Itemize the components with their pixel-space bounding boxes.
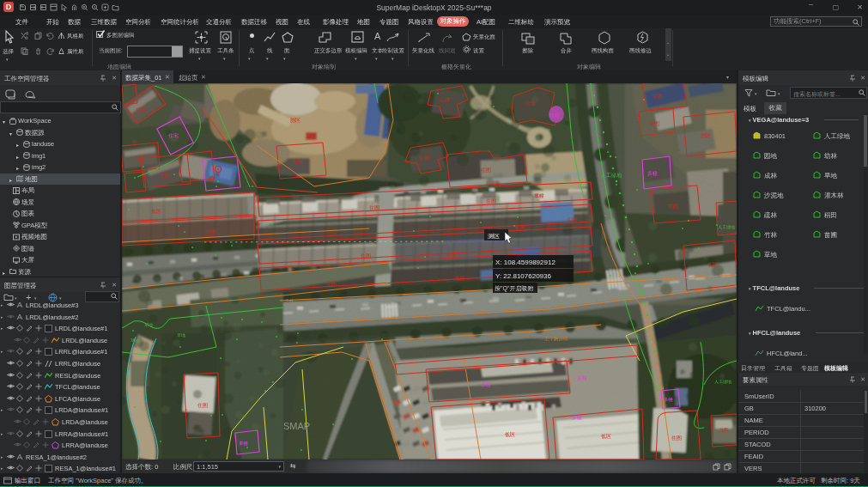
svg-text:多幢: 多幢 (664, 397, 674, 403)
svg-text:住图: 住图 (136, 107, 146, 113)
svg-text:住图: 住图 (567, 217, 577, 223)
svg-text:Y: 22.8107620936: Y: 22.8107620936 (495, 272, 552, 280)
svg-text:住图: 住图 (206, 229, 216, 235)
svg-text:多幢: 多幢 (577, 375, 587, 381)
svg-text:住图: 住图 (486, 198, 496, 204)
svg-text:住图: 住图 (160, 173, 170, 179)
svg-text:人工绿地: 人工绿地 (714, 379, 731, 384)
svg-text:住图: 住图 (668, 204, 678, 210)
svg-text:王十路沿线: 王十路沿线 (544, 336, 568, 342)
svg-text:低区: 低区 (136, 155, 146, 161)
svg-text:住图: 住图 (653, 94, 663, 100)
svg-text:低区: 低区 (151, 208, 161, 214)
svg-text:住图: 住图 (671, 435, 682, 441)
svg-text:低区: 低区 (601, 433, 611, 439)
svg-text:测区: 测区 (488, 233, 500, 240)
svg-text:草地: 草地 (177, 332, 185, 338)
svg-text:住图: 住图 (292, 159, 302, 165)
svg-text:低区: 低区 (505, 431, 515, 437)
svg-text:低区: 低区 (707, 261, 718, 267)
svg-text:低区: 低区 (455, 275, 465, 281)
svg-text:单幢: 单幢 (534, 193, 544, 199)
svg-text:住图: 住图 (649, 121, 659, 127)
svg-text:幼园: 幼园 (549, 113, 559, 119)
svg-text:人工绿地: 人工绿地 (600, 172, 622, 178)
svg-text:公设: 公设 (419, 155, 429, 161)
svg-text:住图: 住图 (326, 281, 337, 287)
svg-text:SMAP: SMAP (283, 421, 310, 431)
svg-text:住宅: 住宅 (168, 132, 179, 138)
svg-text:按"Q"开启吸附: 按"Q"开启吸附 (495, 285, 533, 292)
svg-text:测区: 测区 (700, 132, 711, 138)
svg-text:公设: 公设 (440, 96, 450, 102)
svg-text:多幢: 多幢 (647, 171, 658, 177)
svg-text:住图: 住图 (719, 427, 728, 433)
svg-text:单幢: 单幢 (481, 382, 491, 388)
svg-text:人工绿地: 人工绿地 (718, 224, 735, 229)
svg-text:草地: 草地 (144, 322, 153, 327)
svg-text:住图: 住图 (361, 253, 371, 259)
svg-text:低区: 低区 (515, 225, 525, 231)
svg-text:X: 108.4599892912: X: 108.4599892912 (495, 259, 555, 266)
svg-text:住图: 住图 (369, 205, 379, 211)
svg-text:公设: 公设 (525, 100, 536, 106)
svg-text:多幢: 多幢 (572, 415, 582, 421)
svg-text:测区: 测区 (289, 117, 300, 123)
svg-text:住图: 住图 (446, 253, 457, 259)
svg-text:单幢: 单幢 (239, 441, 249, 447)
svg-text:住图: 住图 (481, 167, 491, 173)
svg-text:沿线: 沿线 (285, 298, 294, 304)
svg-text:住图: 住图 (197, 403, 208, 409)
